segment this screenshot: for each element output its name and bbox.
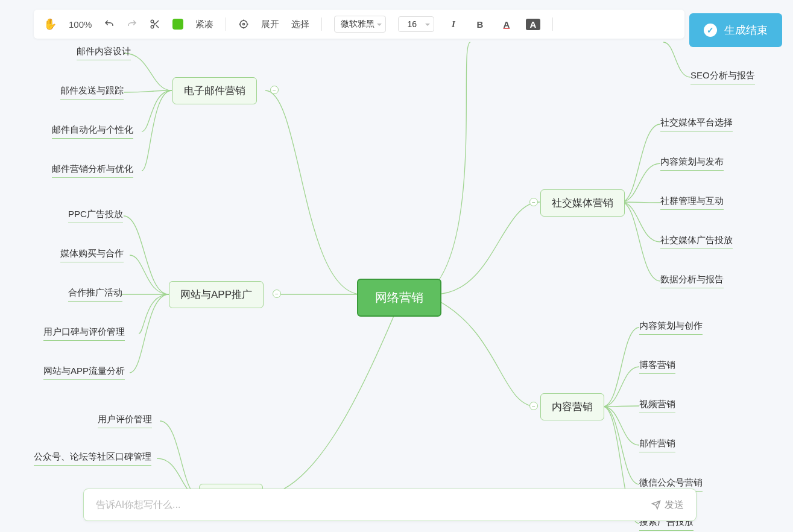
ai-chat-input[interactable] — [96, 499, 651, 510]
theme-color-swatch[interactable] — [172, 19, 183, 30]
highlight-button[interactable]: A — [526, 19, 540, 30]
redo-icon — [127, 19, 137, 30]
leaf-node[interactable]: 媒体购买与合作 — [60, 248, 124, 262]
leaf-node[interactable]: SEO分析与报告 — [690, 70, 755, 84]
layout-mode[interactable]: 紧凑 — [195, 19, 213, 30]
generate-label: 生成结束 — [724, 23, 768, 37]
leaf-node[interactable]: 邮件内容设计 — [77, 46, 131, 60]
check-icon: ✓ — [704, 24, 717, 37]
divider — [226, 17, 226, 31]
cut-button[interactable] — [150, 19, 160, 30]
svg-point-2 — [240, 21, 247, 28]
svg-point-1 — [151, 25, 154, 28]
leaf-node[interactable]: PPC广告投放 — [68, 209, 123, 223]
svg-point-0 — [151, 20, 154, 23]
leaf-node[interactable]: 博客营销 — [639, 359, 675, 374]
leaf-node[interactable]: 内容策划与创作 — [639, 320, 703, 335]
divider — [552, 17, 553, 31]
generate-complete-button[interactable]: ✓ 生成结束 — [689, 13, 782, 47]
expand-button[interactable]: 展开 — [261, 19, 279, 30]
collapse-toggle[interactable]: − — [529, 402, 538, 410]
branch-node[interactable]: 电子邮件营销 — [172, 77, 257, 104]
branch-node[interactable]: 网站与APP推广 — [169, 281, 264, 308]
send-label: 发送 — [665, 499, 684, 511]
branch-node[interactable]: 内容营销 — [540, 393, 604, 420]
undo-button[interactable] — [104, 19, 115, 30]
undo-icon — [104, 19, 115, 30]
select-button[interactable]: 选择 — [291, 19, 309, 30]
leaf-node[interactable]: 社交媒体平台选择 — [660, 117, 733, 131]
zoom-level[interactable]: 100% — [69, 19, 92, 30]
collapse-toggle[interactable]: − — [270, 86, 279, 94]
font-family-select[interactable]: 微软雅黑 — [334, 16, 386, 33]
leaf-node[interactable]: 视频营销 — [639, 399, 675, 413]
send-button[interactable]: 发送 — [651, 499, 684, 511]
toolbar: ✋ 100% 紧凑 展开 选择 微软雅黑 16 I B A A — [34, 10, 684, 39]
leaf-node[interactable]: 用户评价管理 — [98, 414, 152, 428]
leaf-node[interactable]: 邮件发送与跟踪 — [60, 85, 124, 100]
font-size-select[interactable]: 16 — [398, 16, 434, 32]
leaf-node[interactable]: 邮件营销分析与优化 — [52, 163, 133, 178]
leaf-node[interactable]: 用户口碑与评价管理 — [43, 326, 125, 341]
center-button[interactable] — [238, 19, 249, 30]
leaf-node[interactable]: 社交媒体广告投放 — [660, 235, 733, 249]
leaf-node[interactable]: 邮件营销 — [639, 438, 675, 452]
leaf-node[interactable]: 公众号、论坛等社区口碑管理 — [34, 451, 151, 466]
leaf-node[interactable]: 邮件自动化与个性化 — [52, 124, 133, 139]
branch-node[interactable]: 社交媒体营销 — [540, 189, 625, 217]
leaf-node[interactable]: 社群管理与互动 — [660, 195, 724, 210]
italic-button[interactable]: I — [446, 19, 461, 30]
ai-chat-bar: 发送 — [83, 489, 697, 521]
divider — [321, 17, 322, 31]
send-icon — [651, 500, 661, 510]
leaf-node[interactable]: 网站与APP流量分析 — [43, 366, 125, 380]
mindmap-root[interactable]: 网络营销 — [357, 279, 441, 317]
collapse-toggle[interactable]: − — [529, 198, 538, 206]
font-color-button[interactable]: A — [499, 19, 514, 30]
redo-button[interactable] — [127, 19, 137, 30]
mindmap-canvas[interactable]: 网络营销 电子邮件营销 − 邮件内容设计 邮件发送与跟踪 邮件自动化与个性化 邮… — [0, 0, 793, 532]
scissors-icon — [150, 19, 160, 30]
pan-hand-icon[interactable]: ✋ — [43, 17, 57, 31]
leaf-node[interactable]: 数据分析与报告 — [660, 274, 724, 288]
leaf-node[interactable]: 内容策划与发布 — [660, 156, 724, 171]
target-icon — [238, 19, 249, 30]
bold-button[interactable]: B — [473, 19, 487, 30]
svg-point-3 — [243, 24, 245, 25]
leaf-node[interactable]: 合作推广活动 — [68, 287, 122, 302]
collapse-toggle[interactable]: − — [273, 290, 281, 298]
